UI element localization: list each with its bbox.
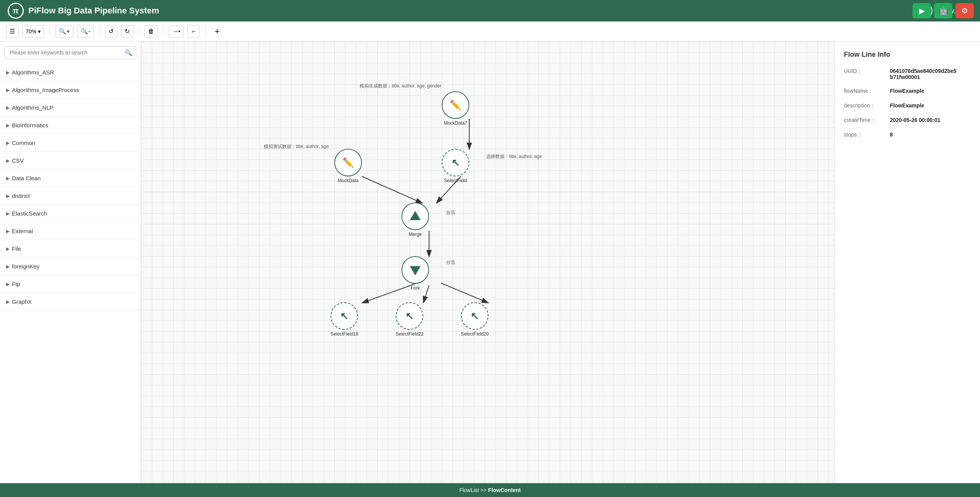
debug-button[interactable]: 🤖 xyxy=(934,3,952,18)
sidebar-item-label: CSV xyxy=(12,157,24,164)
node-fork[interactable]: Fork xyxy=(401,256,429,291)
toolbar-separator-1 xyxy=(49,26,50,37)
node-merge[interactable]: Merge xyxy=(401,202,429,237)
sidebar: 🔍 ▶Algorithms_ASR▶Algorithms_ImageProces… xyxy=(0,41,141,483)
info-key: stops： xyxy=(844,132,890,138)
annotation-selectfield: 选择数据：title, author, age xyxy=(486,153,542,160)
sidebar-item-foreignkey[interactable]: ▶foreignKey xyxy=(0,258,141,275)
node-circle-fork xyxy=(401,256,429,284)
sidebar-item-label: Common xyxy=(12,140,35,146)
toolbar-separator-5 xyxy=(205,26,206,37)
zoom-in-button[interactable]: 🔍+ xyxy=(55,25,73,38)
node-selectfield20[interactable]: ↖ SelectField20 xyxy=(461,302,489,337)
info-row: stops： 8 xyxy=(844,132,971,138)
sidebar-item-ftp[interactable]: ▶Ftp xyxy=(0,275,141,293)
right-panel: Flow Line Info UUID： 0641076d5ae840c09d2… xyxy=(834,41,980,483)
arrows-svg xyxy=(141,41,834,483)
annotation-merge: 合流 xyxy=(446,209,455,216)
sidebar-toggle-button[interactable]: ☰ xyxy=(6,25,18,38)
redo-button[interactable]: ↻ xyxy=(121,25,133,38)
sidebar-arrow: ▶ xyxy=(6,211,10,216)
app-logo: π xyxy=(8,3,24,19)
logo-text: π xyxy=(13,7,18,15)
node-label-fork: Fork xyxy=(411,285,420,291)
sidebar-arrow: ▶ xyxy=(6,229,10,234)
sidebar-arrow: ▶ xyxy=(6,87,10,93)
footer-text: FlowList >> FlowContent xyxy=(459,487,521,493)
right-panel-title: Flow Line Info xyxy=(844,51,971,59)
sidebar-arrow: ▶ xyxy=(6,176,10,181)
corner-button[interactable]: ⌐ xyxy=(187,25,200,38)
sidebar-item-distinct[interactable]: ▶distinct xyxy=(0,187,141,205)
sidebar-arrow: ▶ xyxy=(6,246,10,252)
sidebar-item-bioinformatics[interactable]: ▶BioInformatics xyxy=(0,117,141,134)
toolbar-separator-3 xyxy=(139,26,139,37)
node-label-selectfield20: SelectField20 xyxy=(461,331,489,337)
node-mockdata7[interactable]: ✏️ MockData7 xyxy=(442,91,469,126)
sidebar-item-algorithms_imageprocess[interactable]: ▶Algorithms_ImageProcess xyxy=(0,81,141,99)
node-label-selectfield18: SelectField18 xyxy=(331,331,358,337)
sidebar-arrow: ▶ xyxy=(6,70,10,75)
node-selectfield18[interactable]: ↖ SelectField18 xyxy=(331,302,358,337)
info-key: createTime： xyxy=(844,117,890,124)
svg-marker-8 xyxy=(410,211,421,220)
footer: FlowList >> FlowContent xyxy=(0,483,980,497)
sidebar-item-label: External xyxy=(12,228,33,234)
node-label-mockdata7: MockData7 xyxy=(444,120,467,126)
main-area: 🔍 ▶Algorithms_ASR▶Algorithms_ImageProces… xyxy=(0,41,980,483)
info-row: description： FlowExample xyxy=(844,102,971,109)
sidebar-item-label: Algorithms_ImageProcess xyxy=(12,87,79,93)
header-left: π PiFlow Big Data Pipeline System xyxy=(8,3,159,19)
node-selectfield22[interactable]: ↖ SelectField22 xyxy=(396,302,424,337)
arrow-button[interactable]: →• xyxy=(169,25,184,38)
sidebar-item-algorithms_asr[interactable]: ▶Algorithms_ASR xyxy=(0,64,141,81)
zoom-dropdown-arrow[interactable]: ▾ xyxy=(38,28,41,35)
sidebar-arrow: ▶ xyxy=(6,281,10,287)
info-val-uuid: 0641076d5ae840c09d2be5b71fw00001 xyxy=(890,68,971,80)
sidebar-item-label: ElasticSearch xyxy=(12,210,47,217)
action-buttons: ▶ 🤖 ⚙ xyxy=(913,3,974,18)
info-val: FlowExample xyxy=(890,102,971,109)
svg-marker-9 xyxy=(410,266,421,275)
delete-button[interactable]: 🗑 xyxy=(145,25,158,38)
info-val: 8 xyxy=(890,132,971,138)
info-row: UUID： 0641076d5ae840c09d2be5b71fw00001 xyxy=(844,68,971,80)
sidebar-arrow: ▶ xyxy=(6,193,10,199)
search-box: 🔍 xyxy=(5,46,136,59)
sidebar-item-label: BioInformatics xyxy=(12,122,48,128)
sidebar-arrow: ▶ xyxy=(6,158,10,163)
node-mockdata[interactable]: ✏️ MockData xyxy=(334,149,362,183)
sidebar-item-graphx[interactable]: ▶GraphX xyxy=(0,293,141,311)
annotation-mockdata: 模拟测试数据：title, author, age xyxy=(264,143,329,150)
sidebar-item-label: Data Clean xyxy=(12,175,41,181)
zoom-control[interactable]: 70% ▾ xyxy=(22,25,44,38)
undo-button[interactable]: ↺ xyxy=(105,25,117,38)
zoom-out-button[interactable]: 🔍- xyxy=(77,25,94,38)
node-selectfield[interactable]: ↖ SelectField xyxy=(442,149,469,183)
sidebar-item-external[interactable]: ▶External xyxy=(0,222,141,240)
info-key-uuid: UUID： xyxy=(844,68,890,75)
sidebar-item-data clean[interactable]: ▶Data Clean xyxy=(0,170,141,187)
sidebar-item-label: foreignKey xyxy=(12,263,39,270)
settings-button[interactable]: ⚙ xyxy=(955,3,974,18)
svg-line-2 xyxy=(362,176,423,203)
sidebar-item-label: File xyxy=(12,245,21,252)
sidebar-arrow: ▶ xyxy=(6,140,10,146)
node-label-selectfield22: SelectField22 xyxy=(396,331,424,337)
canvas-area[interactable]: ✏️ MockData7 模拟生成数据：title, author, age, … xyxy=(141,41,834,483)
sidebar-item-elasticsearch[interactable]: ▶ElasticSearch xyxy=(0,205,141,222)
sidebar-item-file[interactable]: ▶File xyxy=(0,240,141,258)
node-circle-selectfield20: ↖ xyxy=(461,302,488,330)
sidebar-arrow: ▶ xyxy=(6,123,10,128)
toolbar-separator-4 xyxy=(163,26,163,37)
sidebar-item-common[interactable]: ▶Common xyxy=(0,134,141,152)
add-button[interactable]: + xyxy=(211,25,223,38)
sidebar-item-csv[interactable]: ▶CSV xyxy=(0,152,141,170)
sidebar-item-algorithms_nlp[interactable]: ▶Algorithms_NLP xyxy=(0,99,141,117)
search-input[interactable] xyxy=(5,46,136,59)
header: π PiFlow Big Data Pipeline System 👤 Howd… xyxy=(0,0,980,21)
run-button[interactable]: ▶ xyxy=(913,3,931,18)
sidebar-item-label: Ftp xyxy=(12,281,20,287)
node-circle-selectfield: ↖ xyxy=(442,149,469,176)
node-circle-merge xyxy=(401,202,429,230)
